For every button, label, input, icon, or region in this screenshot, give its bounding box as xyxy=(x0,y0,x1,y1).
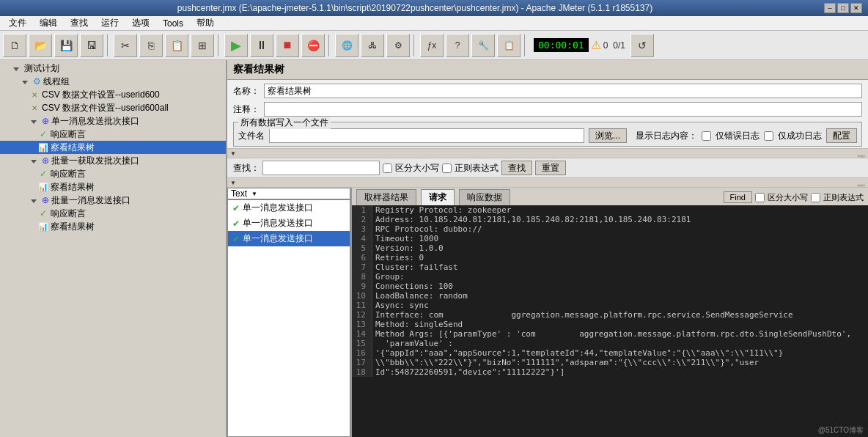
menu-edit[interactable]: 编辑 xyxy=(34,16,63,30)
tree-item-testplan[interactable]: 测试计划 xyxy=(0,62,226,75)
tb-copy[interactable]: ⎘ xyxy=(139,34,163,57)
sampler-list-item-1[interactable]: ✔ 单一消息发送接口 xyxy=(228,200,350,216)
tree-item-csv1[interactable]: ✕ CSV 数据文件设置--userid600 xyxy=(0,88,226,101)
tb-remote2[interactable]: 🖧 xyxy=(361,34,384,57)
tree-item-single-batch[interactable]: ⊕ 单一消息发送批次接口 xyxy=(0,114,226,128)
menu-options[interactable]: 选项 xyxy=(126,16,155,30)
code-line-16: 16'{"appId":"aaa","appSource":1,"templat… xyxy=(352,348,868,358)
menu-search[interactable]: 查找 xyxy=(65,16,94,30)
menu-file[interactable]: 文件 xyxy=(3,16,32,30)
line-content-14: Method Args: [{'paramType' : 'com aggreg… xyxy=(372,329,868,339)
code-regex-label: 正则表达式 xyxy=(823,192,864,203)
line-num-7: 7 xyxy=(352,262,372,272)
dropdown-arrow-icon: ▼ xyxy=(251,191,257,197)
tb-remote3[interactable]: ⚙ xyxy=(386,34,410,57)
tb-paste[interactable]: 📋 xyxy=(165,34,188,57)
tree-item-batch-send[interactable]: ⊕ 批量一消息发送接口 xyxy=(0,194,226,207)
code-line-7: 7Cluster: failfast xyxy=(352,262,868,272)
form-comment-input[interactable] xyxy=(264,102,862,117)
form-name-input[interactable] xyxy=(264,84,862,98)
text-dropdown[interactable]: Text ▼ xyxy=(227,188,350,199)
tree-item-result-tree-2[interactable]: 📊 察看结果树 xyxy=(0,180,226,194)
tree-item-result-tree-3[interactable]: 📊 察看结果树 xyxy=(0,220,226,233)
tb-pause[interactable]: ⏸ xyxy=(250,34,273,57)
tb-stop[interactable]: ■ xyxy=(276,34,299,57)
tb-new[interactable]: 🗋 xyxy=(3,34,26,57)
result-tabs-bar: 取样器结果 请求 响应数据 Find 区分大小写 正则表达式 xyxy=(352,188,868,205)
code-line-8: 8Group: xyxy=(352,272,868,282)
line-content-12: Interface: com ggregation.message.platfo… xyxy=(372,310,868,320)
tree-item-response-assert-1[interactable]: ✓ 响应断言 xyxy=(0,128,226,141)
search-label: 查找： xyxy=(233,162,260,175)
tree-item-response-assert-3[interactable]: ✓ 响应断言 xyxy=(0,207,226,220)
tree-label-response-assert-1: 响应断言 xyxy=(51,128,86,141)
sampler-list-item-2[interactable]: ✔ 单一消息发送接口 xyxy=(228,216,350,231)
code-case-checkbox[interactable] xyxy=(755,193,765,202)
tree-label-result-tree-2: 察看结果树 xyxy=(51,181,95,194)
single-batch-expand-icon xyxy=(29,117,40,125)
line-content-9: Connections: 100 xyxy=(372,282,868,291)
tb-save-all[interactable]: 💾 xyxy=(54,34,78,57)
filename-input[interactable] xyxy=(269,128,584,143)
batch-get-expand-icon xyxy=(29,156,40,165)
tb-run[interactable]: ▶ xyxy=(224,34,248,57)
browse-button[interactable]: 浏览... xyxy=(589,128,627,143)
file-row: 文件名 浏览... 显示日志内容： 仅错误日志 仅成功日志 配置 xyxy=(238,128,857,143)
tree-item-response-assert-2[interactable]: ✓ 响应断言 xyxy=(0,167,226,180)
line-num-4: 4 xyxy=(352,234,372,243)
regex-checkbox[interactable] xyxy=(442,164,452,173)
tree-label-testplan: 测试计划 xyxy=(24,62,59,75)
close-button[interactable]: ✕ xyxy=(850,3,862,13)
only-error-label: 仅错误日志 xyxy=(716,130,760,142)
code-find-button[interactable]: Find xyxy=(724,191,752,203)
only-error-checkbox[interactable] xyxy=(702,131,711,141)
case-sensitive-checkbox[interactable] xyxy=(383,164,392,173)
code-regex-checkbox[interactable] xyxy=(811,193,820,202)
menu-tools[interactable]: Tools xyxy=(157,18,189,29)
tb-settings[interactable]: 🔧 xyxy=(471,34,495,57)
tb-open[interactable]: 📂 xyxy=(29,34,52,57)
tree-item-csv2[interactable]: ✕ CSV 数据文件设置--userid600all xyxy=(0,101,226,114)
minimize-button[interactable]: – xyxy=(824,3,836,13)
menu-run[interactable]: 运行 xyxy=(95,16,125,30)
tab-sampler-results[interactable]: 取样器结果 xyxy=(356,189,416,205)
tab-request[interactable]: 请求 xyxy=(421,189,455,205)
config-button[interactable]: 配置 xyxy=(826,128,857,143)
tb-remote[interactable]: 🌐 xyxy=(335,34,358,57)
line-num-17: 17 xyxy=(352,358,372,367)
tb-func[interactable]: ƒx xyxy=(420,34,444,57)
line-content-7: Cluster: failfast xyxy=(372,262,868,272)
line-content-5: Version: 1.0.0 xyxy=(372,243,868,253)
tree-label-csv1: CSV 数据文件设置--userid600 xyxy=(42,89,160,101)
scroll-up-arrow[interactable]: ▼ xyxy=(230,180,236,186)
tree-item-threadgroup[interactable]: ⚙ 线程组 xyxy=(0,75,226,88)
menu-help[interactable]: 帮助 xyxy=(191,16,220,30)
tree-item-batch-get[interactable]: ⊕ 批量一获取发批次接口 xyxy=(0,154,226,167)
search-input[interactable] xyxy=(262,161,380,175)
toolbar-sep-1 xyxy=(107,34,110,56)
tab-response-data[interactable]: 响应数据 xyxy=(459,189,510,205)
only-success-checkbox[interactable] xyxy=(764,131,773,141)
tree-item-result-tree-1-selected[interactable]: 📊 察看结果树 xyxy=(0,141,226,154)
scroll-down-arrow[interactable]: ▼ xyxy=(230,150,236,157)
tb-expand[interactable]: ⊞ xyxy=(191,34,214,57)
tb-refresh[interactable]: ↺ xyxy=(630,34,654,57)
reset-button[interactable]: 重置 xyxy=(535,161,566,175)
line-num-12: 12 xyxy=(352,310,372,320)
tb-stop-now[interactable]: ⛔ xyxy=(301,34,325,57)
line-content-8: Group: xyxy=(372,272,868,282)
line-content-6: Retries: 0 xyxy=(372,253,868,262)
tb-log[interactable]: 📋 xyxy=(497,34,521,57)
tb-save[interactable]: 🖫 xyxy=(80,34,103,57)
toolbar-run-count: 0/1 xyxy=(613,40,625,51)
maximize-button[interactable]: □ xyxy=(837,3,849,13)
code-line-5: 5Version: 1.0.0 xyxy=(352,243,868,253)
sampler-list-item-3[interactable]: ✔ 单一消息发送接口 xyxy=(228,231,350,246)
result-tree1-icon: 📊 xyxy=(38,143,48,153)
tb-help[interactable]: ? xyxy=(446,34,469,57)
find-button[interactable]: 查找 xyxy=(501,161,532,175)
toolbar-warning-count: 0 xyxy=(603,40,608,51)
sampler-ok-icon-1: ✔ xyxy=(232,203,240,213)
tb-cut[interactable]: ✂ xyxy=(114,34,137,57)
sampler-ok-icon-3: ✔ xyxy=(232,234,240,244)
